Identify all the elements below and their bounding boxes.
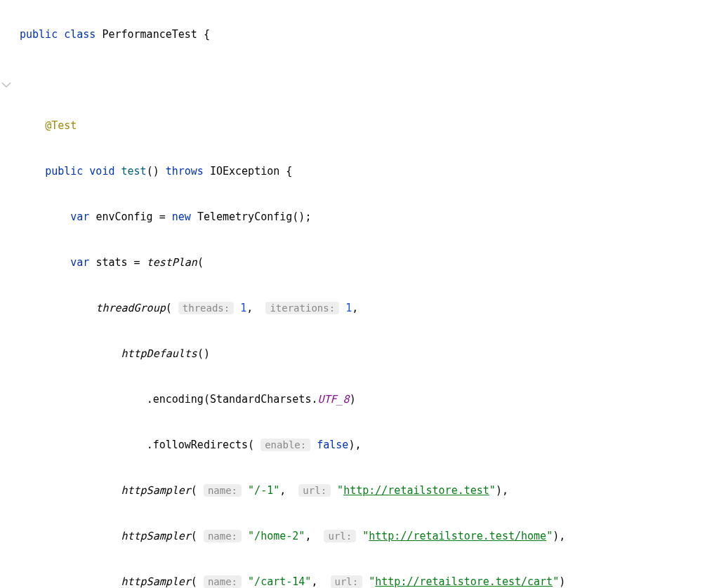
code-line [20, 69, 719, 92]
fn-httpsampler: httpSampler [121, 530, 191, 542]
code-line: .followRedirects( enable: false), [20, 434, 719, 457]
keyword-throws: throws [166, 165, 204, 178]
const-utf8: UTF_8 [317, 393, 349, 406]
method-name: test [121, 165, 147, 178]
keyword-var: var [70, 256, 89, 269]
keyword-new: new [172, 211, 191, 223]
url-link[interactable]: http://retailstore.test/home [369, 530, 546, 542]
code-line: public class PerformanceTest { [20, 23, 719, 46]
annotation-test: @Test [45, 119, 77, 132]
code-line: httpSampler( name: "/-1", url: "http://r… [20, 479, 719, 502]
param-hint-name: name: [204, 575, 242, 588]
code-line: threadGroup( threads: 1, iterations: 1, [20, 297, 719, 320]
keyword-public: public [45, 165, 83, 178]
code-line: @Test [20, 114, 719, 138]
url-link[interactable]: http://retailstore.test [343, 484, 489, 497]
keyword-var: var [70, 211, 89, 223]
param-hint-enable: enable: [260, 439, 310, 451]
fn-threadgroup: threadGroup [95, 302, 165, 314]
code-line: httpSampler( name: "/cart-14", url: "htt… [20, 570, 719, 589]
keyword-false: false [317, 439, 348, 451]
param-hint-threads: threads: [178, 302, 234, 314]
code-editor[interactable]: public class PerformanceTest { @Test pub… [0, 0, 719, 588]
keyword-void: void [89, 165, 114, 178]
fn-httpdefaults: httpDefaults [121, 347, 197, 360]
param-hint-iterations: iterations: [265, 302, 339, 314]
param-hint-name: name: [204, 530, 242, 542]
keyword-public: public [20, 28, 58, 41]
keyword-class: class [64, 28, 95, 41]
type-ioexception: IOException [210, 165, 279, 178]
code-line: httpDefaults() [20, 342, 719, 366]
code-line: public void test() throws IOException { [20, 160, 719, 183]
code-line: httpSampler( name: "/home-2", url: "http… [20, 525, 719, 548]
code-line: .encoding(StandardCharsets.UTF_8) [20, 388, 719, 411]
fn-testplan: testPlan [147, 256, 197, 269]
class-name: PerformanceTest [102, 28, 197, 41]
param-hint-url: url: [324, 530, 356, 542]
url-link[interactable]: http://retailstore.test/cart [375, 575, 553, 588]
fn-httpsampler: httpSampler [121, 484, 191, 497]
param-hint-name: name: [204, 484, 242, 497]
code-line: var envConfig = new TelemetryConfig(); [20, 206, 719, 229]
param-hint-url: url: [298, 484, 331, 497]
param-hint-url: url: [331, 575, 363, 588]
code-line: var stats = testPlan( [20, 251, 719, 274]
fn-httpsampler: httpSampler [121, 575, 191, 588]
